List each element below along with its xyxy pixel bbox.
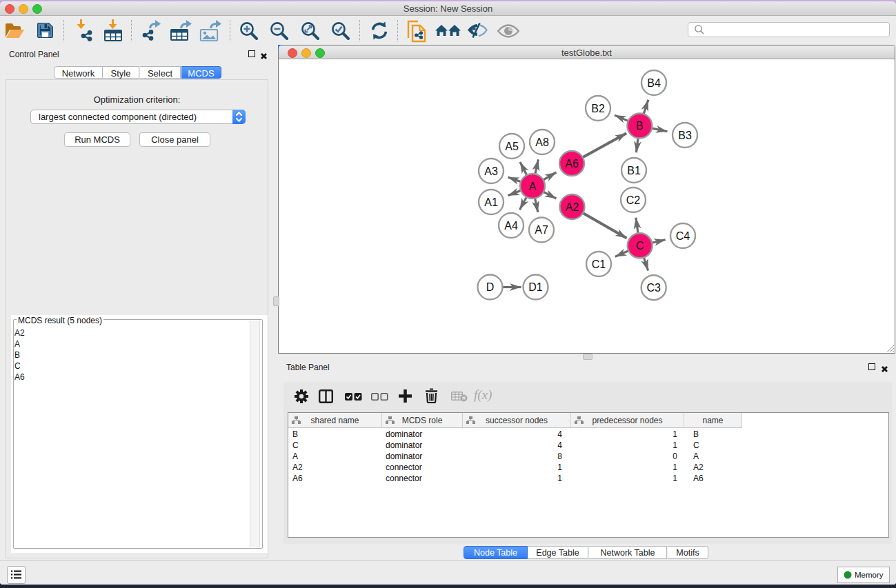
- svg-text:A5: A5: [505, 141, 519, 152]
- svg-text:B3: B3: [678, 130, 692, 141]
- svg-text:A6: A6: [565, 158, 579, 170]
- svg-text:C3: C3: [646, 282, 661, 294]
- svg-text:A1: A1: [484, 196, 498, 208]
- svg-text:C4: C4: [676, 230, 690, 242]
- svg-text:D: D: [486, 281, 495, 293]
- svg-text:B4: B4: [647, 77, 661, 89]
- svg-text:A3: A3: [484, 165, 498, 177]
- svg-text:D1: D1: [528, 281, 543, 293]
- svg-text:C2: C2: [626, 194, 641, 206]
- svg-text:A4: A4: [504, 220, 518, 232]
- svg-text:C: C: [636, 240, 644, 252]
- svg-text:B1: B1: [627, 165, 641, 176]
- svg-text:A: A: [529, 181, 537, 192]
- svg-text:A2: A2: [566, 201, 579, 213]
- svg-text:A8: A8: [535, 136, 549, 148]
- svg-text:B: B: [636, 120, 644, 132]
- svg-text:C1: C1: [592, 258, 606, 270]
- svg-text:B2: B2: [591, 103, 605, 114]
- svg-text:A7: A7: [535, 224, 548, 236]
